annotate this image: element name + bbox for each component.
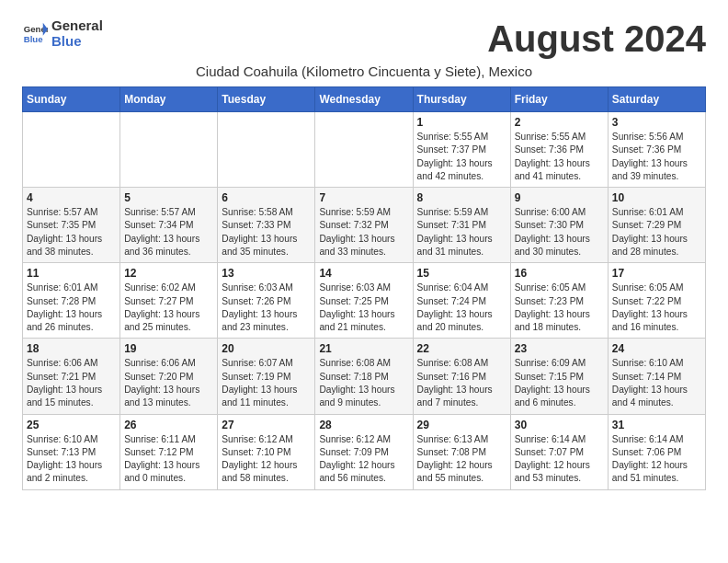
calendar-cell: 29Sunrise: 6:13 AM Sunset: 7:08 PM Dayli…: [413, 414, 510, 489]
day-info: Sunrise: 5:57 AM Sunset: 7:35 PM Dayligh…: [27, 206, 116, 259]
day-info: Sunrise: 6:00 AM Sunset: 7:30 PM Dayligh…: [515, 206, 604, 259]
header-saturday: Saturday: [608, 87, 705, 112]
logo-icon: General Blue: [22, 21, 48, 47]
calendar-cell: 8Sunrise: 5:59 AM Sunset: 7:31 PM Daylig…: [413, 188, 510, 263]
calendar-cell: 3Sunrise: 5:56 AM Sunset: 7:36 PM Daylig…: [608, 112, 705, 188]
day-number: 12: [124, 267, 213, 280]
day-number: 10: [612, 191, 701, 204]
day-number: 4: [27, 191, 116, 204]
calendar-cell: 16Sunrise: 6:05 AM Sunset: 7:23 PM Dayli…: [510, 263, 608, 339]
day-number: 18: [27, 342, 116, 355]
header-monday: Monday: [120, 87, 218, 112]
calendar-cell: 20Sunrise: 6:07 AM Sunset: 7:19 PM Dayli…: [218, 339, 315, 414]
calendar-cell: 27Sunrise: 6:12 AM Sunset: 7:10 PM Dayli…: [218, 414, 315, 489]
day-info: Sunrise: 5:59 AM Sunset: 7:31 PM Dayligh…: [417, 206, 506, 259]
day-number: 15: [417, 267, 506, 280]
day-number: 17: [612, 267, 701, 280]
calendar-week-1: 1Sunrise: 5:55 AM Sunset: 7:37 PM Daylig…: [23, 112, 706, 188]
day-number: 24: [612, 342, 701, 355]
calendar-cell: 28Sunrise: 6:12 AM Sunset: 7:09 PM Dayli…: [315, 414, 413, 489]
day-info: Sunrise: 6:02 AM Sunset: 7:27 PM Dayligh…: [124, 282, 213, 334]
day-number: 31: [612, 419, 701, 431]
calendar-cell: 11Sunrise: 6:01 AM Sunset: 7:28 PM Dayli…: [23, 263, 120, 339]
day-info: Sunrise: 5:55 AM Sunset: 7:37 PM Dayligh…: [417, 131, 506, 183]
day-info: Sunrise: 6:03 AM Sunset: 7:26 PM Dayligh…: [222, 282, 311, 334]
day-info: Sunrise: 6:11 AM Sunset: 7:12 PM Dayligh…: [124, 433, 213, 486]
day-number: 8: [417, 191, 506, 204]
day-info: Sunrise: 5:59 AM Sunset: 7:32 PM Dayligh…: [319, 206, 408, 259]
header-thursday: Thursday: [413, 87, 510, 112]
calendar-cell: 2Sunrise: 5:55 AM Sunset: 7:36 PM Daylig…: [510, 112, 608, 188]
calendar-week-4: 18Sunrise: 6:06 AM Sunset: 7:21 PM Dayli…: [23, 339, 706, 414]
calendar-cell: 1Sunrise: 5:55 AM Sunset: 7:37 PM Daylig…: [413, 112, 510, 188]
calendar-cell: 21Sunrise: 6:08 AM Sunset: 7:18 PM Dayli…: [315, 339, 413, 414]
day-number: 21: [319, 342, 408, 355]
header-wednesday: Wednesday: [315, 87, 413, 112]
calendar-cell: 7Sunrise: 5:59 AM Sunset: 7:32 PM Daylig…: [315, 188, 413, 263]
calendar-cell: 30Sunrise: 6:14 AM Sunset: 7:07 PM Dayli…: [510, 414, 608, 489]
day-info: Sunrise: 5:58 AM Sunset: 7:33 PM Dayligh…: [222, 206, 311, 259]
calendar-cell: 26Sunrise: 6:11 AM Sunset: 7:12 PM Dayli…: [120, 414, 218, 489]
day-number: 9: [515, 191, 604, 204]
location-title: Ciudad Coahuila (Kilometro Cincuenta y S…: [22, 63, 706, 79]
day-info: Sunrise: 6:12 AM Sunset: 7:10 PM Dayligh…: [222, 433, 311, 486]
header-tuesday: Tuesday: [218, 87, 315, 112]
day-number: 13: [222, 267, 311, 280]
day-number: 1: [417, 116, 506, 129]
day-number: 26: [124, 419, 213, 431]
calendar-week-5: 25Sunrise: 6:10 AM Sunset: 7:13 PM Dayli…: [23, 414, 706, 489]
day-number: 30: [515, 419, 604, 431]
calendar-cell: 24Sunrise: 6:10 AM Sunset: 7:14 PM Dayli…: [608, 339, 705, 414]
day-info: Sunrise: 6:07 AM Sunset: 7:19 PM Dayligh…: [222, 357, 311, 409]
calendar-cell: 12Sunrise: 6:02 AM Sunset: 7:27 PM Dayli…: [120, 263, 218, 339]
day-number: 29: [417, 419, 506, 431]
logo: General Blue General Blue: [22, 18, 103, 49]
calendar-cell: 4Sunrise: 5:57 AM Sunset: 7:35 PM Daylig…: [23, 188, 120, 263]
day-info: Sunrise: 6:08 AM Sunset: 7:18 PM Dayligh…: [319, 357, 408, 409]
day-info: Sunrise: 6:13 AM Sunset: 7:08 PM Dayligh…: [417, 433, 506, 486]
day-info: Sunrise: 6:05 AM Sunset: 7:23 PM Dayligh…: [515, 282, 604, 334]
day-number: 2: [515, 116, 604, 129]
calendar-cell: 18Sunrise: 6:06 AM Sunset: 7:21 PM Dayli…: [23, 339, 120, 414]
day-info: Sunrise: 6:01 AM Sunset: 7:28 PM Dayligh…: [27, 282, 116, 334]
day-info: Sunrise: 6:14 AM Sunset: 7:07 PM Dayligh…: [515, 433, 604, 486]
day-info: Sunrise: 6:03 AM Sunset: 7:25 PM Dayligh…: [319, 282, 408, 334]
day-number: 28: [319, 419, 408, 431]
day-info: Sunrise: 6:08 AM Sunset: 7:16 PM Dayligh…: [417, 357, 506, 409]
day-info: Sunrise: 5:56 AM Sunset: 7:36 PM Dayligh…: [612, 131, 701, 183]
calendar-header-row: SundayMondayTuesdayWednesdayThursdayFrid…: [23, 87, 706, 112]
calendar-cell: 15Sunrise: 6:04 AM Sunset: 7:24 PM Dayli…: [413, 263, 510, 339]
day-info: Sunrise: 6:04 AM Sunset: 7:24 PM Dayligh…: [417, 282, 506, 334]
day-info: Sunrise: 6:10 AM Sunset: 7:13 PM Dayligh…: [27, 433, 116, 486]
calendar-cell: 6Sunrise: 5:58 AM Sunset: 7:33 PM Daylig…: [218, 188, 315, 263]
logo-blue: Blue: [51, 34, 103, 50]
day-number: 6: [222, 191, 311, 204]
calendar-cell: [315, 112, 413, 188]
header-sunday: Sunday: [23, 87, 120, 112]
day-info: Sunrise: 6:06 AM Sunset: 7:20 PM Dayligh…: [124, 357, 213, 409]
calendar-cell: [120, 112, 218, 188]
day-number: 20: [222, 342, 311, 355]
day-number: 16: [515, 267, 604, 280]
day-info: Sunrise: 6:01 AM Sunset: 7:29 PM Dayligh…: [612, 206, 701, 259]
svg-text:Blue: Blue: [24, 33, 43, 43]
calendar-cell: 5Sunrise: 5:57 AM Sunset: 7:34 PM Daylig…: [120, 188, 218, 263]
calendar-cell: 19Sunrise: 6:06 AM Sunset: 7:20 PM Dayli…: [120, 339, 218, 414]
day-number: 7: [319, 191, 408, 204]
calendar-cell: [218, 112, 315, 188]
day-info: Sunrise: 6:12 AM Sunset: 7:09 PM Dayligh…: [319, 433, 408, 486]
month-title: August 2024: [487, 18, 706, 60]
calendar-cell: [23, 112, 120, 188]
logo-general: General: [51, 18, 103, 34]
day-number: 27: [222, 419, 311, 431]
day-info: Sunrise: 6:14 AM Sunset: 7:06 PM Dayligh…: [612, 433, 701, 486]
calendar-cell: 17Sunrise: 6:05 AM Sunset: 7:22 PM Dayli…: [608, 263, 705, 339]
day-number: 5: [124, 191, 213, 204]
day-info: Sunrise: 5:55 AM Sunset: 7:36 PM Dayligh…: [515, 131, 604, 183]
calendar-cell: 31Sunrise: 6:14 AM Sunset: 7:06 PM Dayli…: [608, 414, 705, 489]
day-number: 14: [319, 267, 408, 280]
calendar-cell: 14Sunrise: 6:03 AM Sunset: 7:25 PM Dayli…: [315, 263, 413, 339]
day-info: Sunrise: 6:05 AM Sunset: 7:22 PM Dayligh…: [612, 282, 701, 334]
calendar-cell: 25Sunrise: 6:10 AM Sunset: 7:13 PM Dayli…: [23, 414, 120, 489]
day-number: 22: [417, 342, 506, 355]
